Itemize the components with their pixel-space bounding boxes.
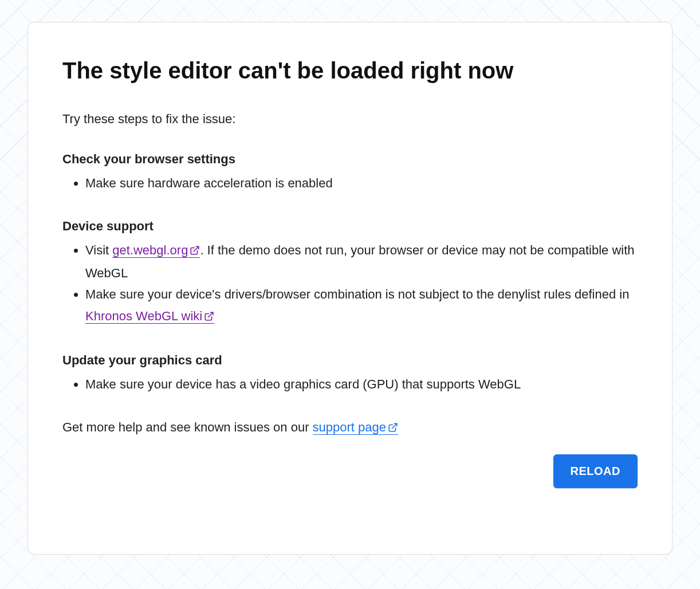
gpu-list: Make sure your device has a video graphi… <box>85 374 638 395</box>
list-item: Make sure hardware acceleration is enabl… <box>85 172 638 194</box>
error-card: The style editor can't be loaded right n… <box>27 22 673 555</box>
footer-help-text: Get more help and see known issues on ou… <box>62 420 638 436</box>
link-label: support page <box>313 420 386 434</box>
svg-line-2 <box>392 424 397 429</box>
svg-line-0 <box>194 247 199 252</box>
svg-line-1 <box>209 312 213 317</box>
device-list: Visit get.webgl.org. If the demo does no… <box>85 239 638 328</box>
section-heading-browser: Check your browser settings <box>62 152 638 167</box>
section-heading-device: Device support <box>62 219 638 234</box>
support-page-link[interactable]: support page <box>313 420 398 435</box>
reload-button[interactable]: RELOAD <box>553 454 638 488</box>
text-fragment: Get more help and see known issues on ou… <box>62 420 313 434</box>
link-label: get.webgl.org <box>112 243 188 257</box>
text-fragment: Make sure your device's drivers/browser … <box>85 287 629 301</box>
button-row: RELOAD <box>62 454 638 488</box>
section-device-support: Device support Visit get.webgl.org. If t… <box>62 219 638 353</box>
external-link-icon <box>204 307 214 328</box>
link-label: Khronos WebGL wiki <box>85 309 202 323</box>
section-browser-settings: Check your browser settings Make sure ha… <box>62 152 638 219</box>
webgl-link[interactable]: get.webgl.org <box>112 243 200 258</box>
section-gpu: Update your graphics card Make sure your… <box>62 353 638 420</box>
khronos-wiki-link[interactable]: Khronos WebGL wiki <box>85 309 214 324</box>
page-title: The style editor can't be loaded right n… <box>62 57 638 84</box>
list-item: Visit get.webgl.org. If the demo does no… <box>85 239 638 284</box>
external-link-icon <box>190 241 200 262</box>
list-item: Make sure your device has a video graphi… <box>85 374 638 395</box>
section-heading-gpu: Update your graphics card <box>62 353 638 368</box>
intro-text: Try these steps to fix the issue: <box>62 112 638 127</box>
browser-list: Make sure hardware acceleration is enabl… <box>85 172 638 194</box>
external-link-icon <box>388 421 398 436</box>
list-item: Make sure your device's drivers/browser … <box>85 284 638 328</box>
text-fragment: Visit <box>85 243 112 257</box>
